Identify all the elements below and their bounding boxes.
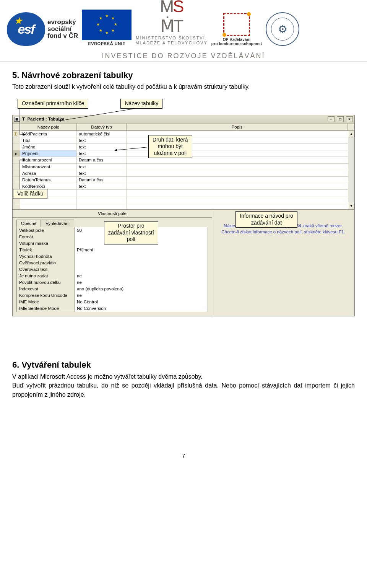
glyph-2: Š bbox=[173, 0, 183, 16]
cell-name[interactable]: Místonarození bbox=[20, 164, 77, 170]
property-value[interactable]: No Control bbox=[74, 299, 208, 305]
cell-desc[interactable] bbox=[127, 170, 348, 176]
row-header[interactable] bbox=[13, 183, 20, 189]
table-row[interactable]: KódNemocitext bbox=[13, 183, 354, 190]
cell-type[interactable]: text bbox=[77, 150, 127, 156]
row-header[interactable] bbox=[13, 137, 20, 143]
property-value[interactable] bbox=[74, 260, 208, 266]
cell-type[interactable] bbox=[77, 203, 127, 209]
annotated-screenshot: Označení primárního klíče Název tabulky … bbox=[12, 99, 355, 316]
col-type[interactable]: Datový typ bbox=[77, 124, 127, 130]
property-label: Výchozí hodnota bbox=[17, 254, 74, 259]
minimize-button[interactable]: – bbox=[328, 116, 335, 122]
table-row[interactable]: Adresatext bbox=[13, 170, 354, 177]
col-name[interactable]: Název pole bbox=[20, 124, 77, 130]
property-value[interactable]: Příjmení bbox=[74, 247, 208, 253]
cell-type[interactable]: text bbox=[77, 183, 127, 189]
row-header[interactable] bbox=[13, 203, 20, 209]
esf-mark: ★ esf bbox=[7, 12, 45, 46]
cell-desc[interactable] bbox=[127, 190, 348, 196]
table-row[interactable] bbox=[13, 190, 354, 196]
cell-type[interactable]: automatické čísl bbox=[77, 131, 127, 137]
row-header[interactable] bbox=[13, 144, 20, 150]
esf-line2: sociální bbox=[47, 26, 78, 33]
col-desc[interactable]: Popis bbox=[127, 124, 348, 130]
tab-lookup[interactable]: Vyhledávání bbox=[41, 220, 74, 227]
property-row[interactable]: Indexovatano (duplicita povolena) bbox=[17, 286, 208, 292]
callout-info-area: Informace a návod pro zadávání dat bbox=[235, 211, 297, 228]
property-value[interactable]: No Conversion bbox=[74, 305, 208, 312]
property-value[interactable]: ne bbox=[74, 292, 208, 299]
property-value[interactable] bbox=[74, 266, 208, 273]
scroll-down-button[interactable]: ▼ bbox=[348, 203, 354, 209]
property-value[interactable]: ne bbox=[74, 273, 208, 279]
property-label: Povolit nulovou délku bbox=[17, 280, 74, 285]
property-row[interactable]: Ověřovací text bbox=[17, 266, 208, 273]
cell-type[interactable]: text bbox=[77, 137, 127, 143]
table-row[interactable]: DatumTetanusDatum a čas bbox=[13, 177, 354, 183]
cell-desc[interactable] bbox=[127, 183, 348, 189]
property-label: Je nutno zadat bbox=[17, 274, 74, 278]
property-label: IME Mode bbox=[17, 300, 74, 304]
cell-type[interactable]: Datum a čas bbox=[77, 177, 127, 183]
cell-name[interactable]: Adresa bbox=[20, 170, 77, 176]
cell-type[interactable] bbox=[77, 190, 127, 196]
property-label: Vstupní maska bbox=[17, 241, 74, 246]
property-value[interactable]: ano (duplicita povolena) bbox=[74, 286, 208, 292]
scroll-up-button[interactable]: ▲ bbox=[348, 131, 354, 137]
cell-name[interactable]: KódNemoci bbox=[20, 183, 77, 189]
cell-name[interactable]: Titul bbox=[20, 137, 77, 143]
property-row[interactable]: Komprese kódu Unicodene bbox=[17, 292, 208, 299]
cell-name[interactable]: Datumnarození bbox=[20, 157, 77, 163]
property-value[interactable]: ne bbox=[74, 279, 208, 286]
vertical-scrollbar[interactable]: ▲ ▼ bbox=[348, 131, 354, 209]
cell-desc[interactable] bbox=[127, 203, 348, 209]
cell-desc[interactable] bbox=[127, 196, 348, 202]
titlebar[interactable]: ▦ T_Pacienti : Tabulka – □ × bbox=[13, 115, 354, 124]
section-6-title: 6. Vytváření tabulek bbox=[12, 360, 355, 370]
row-header[interactable] bbox=[13, 157, 20, 163]
section-5-title: 5. Návrhové zobrazení tabulky bbox=[12, 70, 355, 80]
cell-name[interactable]: KódPacienta bbox=[20, 131, 77, 137]
opvk-box-icon bbox=[223, 13, 250, 36]
row-header[interactable] bbox=[13, 177, 20, 183]
cell-type[interactable]: text bbox=[77, 144, 127, 150]
row-header[interactable] bbox=[13, 170, 20, 176]
property-row[interactable]: Výchozí hodnota bbox=[17, 253, 208, 260]
logo-band: ★ esf evropský sociální fond v ČR ★★ ★★ … bbox=[0, 0, 367, 46]
eu-logo: ★★ ★★ ★★ ★★ EVROPSKÁ UNIE bbox=[82, 10, 132, 46]
cell-name[interactable]: DatumTetanus bbox=[20, 177, 77, 183]
opvk-line2: pro konkurenceschopnost bbox=[211, 42, 262, 46]
table-row[interactable] bbox=[13, 196, 354, 203]
cell-name[interactable]: Příjmení bbox=[20, 150, 77, 156]
cell-name[interactable]: Jméno bbox=[20, 144, 77, 150]
property-row[interactable]: IME Sentence ModeNo Conversion bbox=[17, 305, 208, 312]
maximize-button[interactable]: □ bbox=[337, 116, 344, 122]
property-label: Formát bbox=[17, 235, 74, 239]
property-row[interactable]: Povolit nulovou délkune bbox=[17, 279, 208, 286]
opvk-line1: OP Vzdělávání bbox=[223, 37, 251, 42]
cell-type[interactable]: Datum a čas bbox=[77, 157, 127, 163]
property-label: Ověřovací pravidlo bbox=[17, 261, 74, 265]
close-button[interactable]: × bbox=[346, 116, 353, 122]
table-row[interactable]: Místonarozenítext bbox=[13, 164, 354, 170]
cell-desc[interactable] bbox=[127, 164, 348, 170]
cell-type[interactable]: text bbox=[77, 164, 127, 170]
cell-type[interactable]: text bbox=[77, 170, 127, 176]
tab-general[interactable]: Obecné bbox=[16, 220, 41, 227]
property-row[interactable]: TitulekPříjmení bbox=[17, 247, 208, 253]
cell-name[interactable] bbox=[20, 203, 77, 209]
property-row[interactable]: Je nutno zadatne bbox=[17, 273, 208, 279]
row-header[interactable]: ⚿ bbox=[13, 131, 20, 137]
table-row[interactable] bbox=[13, 203, 354, 209]
row-header[interactable]: ▸ bbox=[13, 150, 20, 156]
property-label: Komprese kódu Unicode bbox=[17, 293, 74, 298]
access-window: ▦ T_Pacienti : Tabulka – □ × Název pole … bbox=[12, 115, 355, 316]
row-header[interactable] bbox=[13, 164, 20, 170]
table-icon: ▦ bbox=[14, 117, 20, 122]
property-value[interactable] bbox=[74, 253, 208, 260]
cell-desc[interactable] bbox=[127, 177, 348, 183]
property-row[interactable]: Ověřovací pravidlo bbox=[17, 260, 208, 266]
cell-type[interactable] bbox=[77, 196, 127, 202]
property-row[interactable]: IME ModeNo Control bbox=[17, 299, 208, 305]
